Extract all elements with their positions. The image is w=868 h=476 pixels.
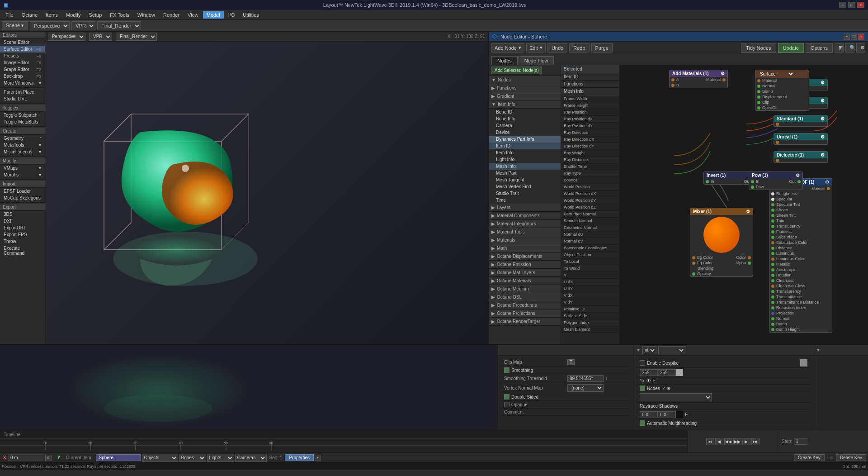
sidebar-backdrop[interactable]: Backdrop F3: [0, 73, 45, 80]
expand-icon3[interactable]: E: [685, 412, 688, 417]
play-end-button[interactable]: ⏭: [751, 438, 760, 445]
sidebar-miscellaneous[interactable]: Miscellaneous▾: [0, 148, 45, 155]
nl-item-info-sub[interactable]: Item Info: [489, 149, 561, 156]
auto-mt-checkbox[interactable]: [640, 420, 645, 426]
nl-bone-info[interactable]: Bone Info: [489, 115, 561, 122]
viewport-render-select[interactable]: VPR: [89, 33, 112, 41]
nl-layers[interactable]: ▶Layers: [489, 204, 561, 212]
pow-out[interactable]: [797, 180, 801, 183]
properties-expand[interactable]: ▾: [315, 455, 321, 461]
pbsdf-luminous[interactable]: [771, 252, 774, 255]
nl-mesh-part[interactable]: Mesh Part: [489, 170, 561, 176]
black-color-swatch[interactable]: [676, 411, 683, 418]
surface-output-node[interactable]: Surface Material Normal Bump: [755, 70, 809, 111]
redo-button[interactable]: Redo: [569, 43, 589, 52]
edit-button[interactable]: Edit ▾: [526, 43, 546, 52]
rgb-000-r-input[interactable]: [640, 411, 658, 418]
ne-minimize-button[interactable]: −: [844, 33, 850, 40]
pbsdf-projection[interactable]: [771, 312, 774, 315]
eye-icon[interactable]: 👁: [646, 378, 651, 383]
bones-select[interactable]: Bones: [179, 454, 206, 462]
nl-item-id[interactable]: Item ID: [489, 143, 561, 149]
nl-device[interactable]: Device: [489, 129, 561, 136]
pbsdf-distance[interactable]: [771, 247, 774, 250]
nl-octane-materials[interactable]: ▶Octane Materials: [489, 277, 561, 285]
sidebar-studio-live[interactable]: Studio LIVE: [0, 95, 45, 102]
principled-bsdf-node[interactable]: Principled BSDF (1) ⚙ Color Material Rou…: [769, 178, 832, 333]
mixer-fg-color[interactable]: [692, 262, 695, 265]
sidebar-dxf[interactable]: DXF: [0, 218, 45, 224]
sidebar-metatools[interactable]: MetaTools▾: [0, 142, 45, 148]
nl-math[interactable]: ▶Math: [489, 244, 561, 252]
pbsdf-sheen-tint[interactable]: [771, 214, 774, 217]
menu-octane[interactable]: Octane: [18, 11, 41, 19]
nl-octane-displacements[interactable]: ▶Octane Displacements: [489, 252, 561, 261]
mixer-node[interactable]: Mixer (1) ⚙ Bg Color Color Fg Color: [690, 208, 753, 277]
pbsdf-anisotropic[interactable]: [771, 268, 774, 271]
sidebar-surface-editor[interactable]: Surface Editor F5: [0, 46, 45, 52]
sidebar-graph-editor[interactable]: Graph Editor F2: [0, 66, 45, 73]
invert-in[interactable]: [706, 180, 709, 183]
scene-dropdown[interactable]: Scene ▾: [2, 21, 28, 30]
menu-file[interactable]: File: [2, 11, 17, 19]
pbsdf-subsurface-color[interactable]: [771, 241, 774, 244]
viewport-canvas[interactable]: [45, 42, 488, 344]
color-swatch2[interactable]: [676, 369, 683, 376]
sidebar-throw[interactable]: Throw: [0, 238, 45, 245]
options-button[interactable]: Options: [806, 43, 833, 53]
add-materials-node[interactable]: Add Materials (1) ⚙ A Material B: [669, 70, 728, 88]
ne-maximize-button[interactable]: □: [851, 33, 857, 40]
sidebar-presets[interactable]: Presets F8: [0, 52, 45, 59]
menu-model[interactable]: Model: [203, 11, 224, 19]
update-button[interactable]: Update: [778, 43, 804, 53]
pbsdf-bump-height[interactable]: [771, 328, 774, 331]
perspective-select[interactable]: Perspective: [30, 21, 70, 30]
create-key-button[interactable]: Create Key: [794, 454, 825, 461]
pbsdf-thin[interactable]: [771, 219, 774, 223]
properties-button[interactable]: Properties: [285, 454, 314, 461]
timeline-ruler[interactable]: Timeline 10 20 30 40 50 60: [0, 430, 687, 452]
sidebar-toggle-subpatch[interactable]: Toggle Subpatch: [0, 112, 45, 119]
tab-node-flow[interactable]: Node Flow: [519, 56, 554, 65]
smoothing-expand-icon[interactable]: ↕: [605, 376, 608, 381]
pbsdf-roughness[interactable]: [771, 192, 774, 195]
menu-window[interactable]: Window: [134, 11, 159, 19]
pbsdf-clearcoat-gloss[interactable]: [771, 285, 774, 288]
dielectric-node[interactable]: Dielectric (1) ⚙: [774, 151, 828, 163]
nl-mesh-vertex-find[interactable]: Mesh Vertex Find: [489, 183, 561, 190]
pbsdf-transparency[interactable]: [771, 290, 774, 293]
pbsdf-subsurface[interactable]: [771, 236, 774, 239]
expand-icon2[interactable]: E: [653, 378, 656, 383]
tidy-nodes-button[interactable]: Tidy Nodes: [741, 43, 776, 53]
bottom-right-dropdown[interactable]: nt: [642, 346, 656, 354]
sidebar-toggle-metaballs[interactable]: Toggle MetaBalls: [0, 119, 45, 125]
mixer-alpha-out[interactable]: [748, 262, 751, 265]
color-swatch1[interactable]: [800, 359, 807, 367]
pbsdf-refraction[interactable]: [771, 306, 774, 309]
bottom-3d-view[interactable]: [0, 345, 497, 430]
menu-render[interactable]: Render: [160, 11, 183, 19]
cameras-select[interactable]: Cameras: [235, 454, 267, 462]
ne-icon-btn1[interactable]: ⊞: [835, 43, 844, 52]
pbsdf-metallic[interactable]: [771, 263, 774, 266]
pbsdf-clearcoat[interactable]: [771, 279, 774, 282]
menu-setup[interactable]: Setup: [85, 11, 106, 19]
pbsdf-spec-tint[interactable]: [771, 203, 774, 206]
unreal-out-port[interactable]: [776, 141, 779, 144]
nl-octane-projections[interactable]: ▶Octane Projections: [489, 309, 561, 318]
play-start-button[interactable]: ⏮: [706, 438, 714, 445]
rgb-g-input[interactable]: [658, 369, 676, 376]
pow-pow[interactable]: [751, 186, 754, 189]
sidebar-3ds[interactable]: 3DS: [0, 211, 45, 218]
add-mat-out[interactable]: [722, 78, 726, 81]
nl-time[interactable]: Time: [489, 197, 561, 204]
sidebar-image-editor[interactable]: Image Editor F6: [0, 59, 45, 66]
sidebar-more-windows[interactable]: More Windows ▾: [0, 80, 45, 86]
node-canvas[interactable]: Sigma2 (1) ⚙ Delta (1) ⚙: [620, 65, 868, 344]
surface-clip-in[interactable]: [757, 101, 760, 104]
delete-key-button[interactable]: Delete Key: [836, 454, 866, 461]
smoothing-checkbox[interactable]: [504, 367, 509, 373]
rgb-000-g-input[interactable]: [658, 411, 676, 418]
pow-in[interactable]: [751, 180, 754, 183]
sidebar-geometry[interactable]: Geometry '': [0, 135, 45, 142]
